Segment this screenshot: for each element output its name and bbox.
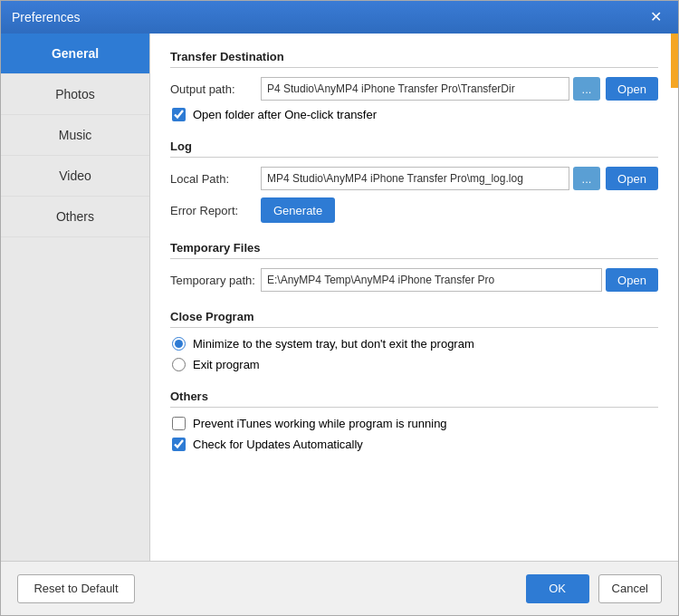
generate-button[interactable]: Generate	[261, 197, 335, 223]
main-panel: Transfer Destination Output path: ... Op…	[150, 34, 678, 561]
temp-path-row: Temporary path: Open	[170, 268, 658, 292]
error-report-label: Error Report:	[170, 204, 261, 217]
dialog-title: Preferences	[12, 10, 80, 24]
content-area: General Photos Music Video Others Transf…	[1, 34, 678, 561]
log-title: Log	[170, 140, 658, 158]
sidebar: General Photos Music Video Others	[1, 34, 150, 561]
close-button[interactable]: ✕	[645, 8, 667, 26]
output-path-label: Output path:	[170, 82, 261, 96]
check-updates-label: Check for Updates Automatically	[193, 438, 363, 451]
minimize-radio-row: Minimize to the system tray, but don't e…	[170, 337, 658, 351]
preferences-dialog: Preferences ✕ General Photos Music Video…	[0, 0, 679, 616]
cancel-button[interactable]: Cancel	[598, 574, 662, 603]
output-path-row: Output path: ... Open	[170, 77, 658, 101]
temp-path-open-button[interactable]: Open	[606, 268, 658, 292]
temporary-files-section: Temporary Files Temporary path: Open	[170, 241, 658, 292]
open-folder-checkbox[interactable]	[172, 108, 186, 121]
title-bar: Preferences ✕	[1, 1, 678, 34]
prevent-itunes-checkbox-row: Prevent iTunes working while program is …	[170, 417, 658, 430]
prevent-itunes-checkbox[interactable]	[172, 417, 186, 430]
check-updates-checkbox-row: Check for Updates Automatically	[170, 438, 658, 451]
footer: Reset to Default OK Cancel	[1, 561, 678, 615]
minimize-label: Minimize to the system tray, but don't e…	[193, 337, 474, 351]
ok-button[interactable]: OK	[526, 574, 589, 603]
prevent-itunes-label: Prevent iTunes working while program is …	[193, 417, 447, 430]
minimize-radio[interactable]	[172, 337, 186, 351]
local-path-row: Local Path: ... Open	[170, 167, 658, 190]
close-program-title: Close Program	[170, 310, 658, 328]
open-folder-checkbox-row: Open folder after One-click transfer	[170, 108, 658, 121]
local-path-input[interactable]	[261, 167, 569, 190]
side-accent	[671, 34, 678, 88]
open-folder-label: Open folder after One-click transfer	[193, 108, 377, 121]
error-report-row: Error Report: Generate	[170, 197, 658, 223]
exit-radio[interactable]	[172, 358, 186, 371]
check-updates-checkbox[interactable]	[172, 438, 186, 451]
output-path-dots-button[interactable]: ...	[573, 77, 600, 101]
transfer-destination-title: Transfer Destination	[170, 50, 658, 68]
others-section: Others Prevent iTunes working while prog…	[170, 390, 658, 451]
local-path-dots-button[interactable]: ...	[573, 167, 600, 190]
temporary-files-title: Temporary Files	[170, 241, 658, 259]
sidebar-item-music[interactable]: Music	[1, 115, 149, 156]
temp-path-label: Temporary path:	[170, 274, 261, 287]
output-path-open-button[interactable]: Open	[606, 77, 658, 101]
temp-path-input[interactable]	[261, 268, 602, 292]
footer-right-buttons: OK Cancel	[526, 574, 662, 603]
sidebar-item-video[interactable]: Video	[1, 156, 149, 197]
close-program-section: Close Program Minimize to the system tra…	[170, 310, 658, 371]
reset-to-default-button[interactable]: Reset to Default	[17, 574, 135, 603]
others-title: Others	[170, 390, 658, 408]
sidebar-item-others[interactable]: Others	[1, 197, 149, 237]
transfer-destination-section: Transfer Destination Output path: ... Op…	[170, 50, 658, 121]
sidebar-item-general[interactable]: General	[1, 34, 149, 74]
local-path-label: Local Path:	[170, 172, 261, 186]
exit-label: Exit program	[193, 358, 260, 371]
local-path-open-button[interactable]: Open	[606, 167, 658, 190]
output-path-input[interactable]	[261, 77, 569, 101]
log-section: Log Local Path: ... Open Error Report: G…	[170, 140, 658, 223]
exit-radio-row: Exit program	[170, 358, 658, 371]
sidebar-item-photos[interactable]: Photos	[1, 74, 149, 115]
